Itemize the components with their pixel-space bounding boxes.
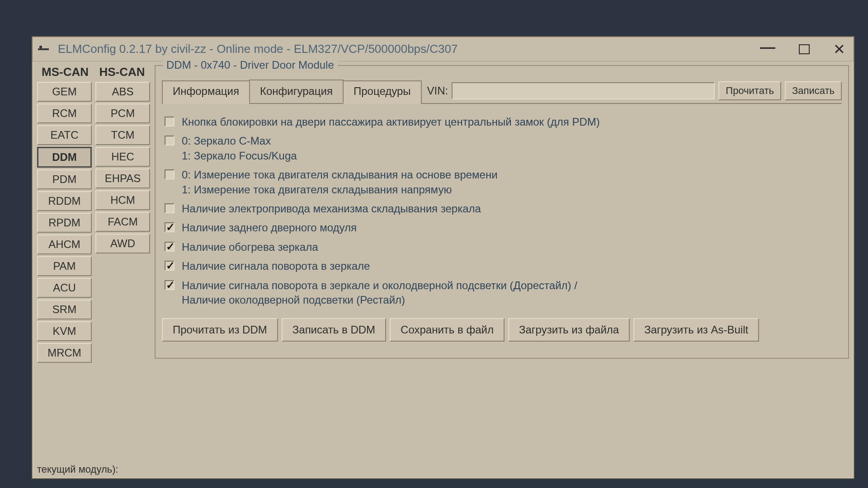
- action-button-3[interactable]: Загрузить из файла: [508, 318, 630, 342]
- current-module-label: текущий модуль):: [37, 459, 150, 478]
- module-button-rcm[interactable]: RCM: [37, 103, 92, 123]
- vin-input[interactable]: [452, 82, 715, 99]
- client-area: MS-CAN HS-CAN GEMRCMEATCDDMPDMRDDMRPDMAH…: [33, 61, 854, 478]
- module-button-mrcm[interactable]: MRCM: [37, 343, 92, 363]
- module-sidebar: MS-CAN HS-CAN GEMRCMEATCDDMPDMRDDMRPDMAH…: [37, 65, 150, 478]
- module-button-hcm[interactable]: HCM: [95, 190, 150, 210]
- config-option-label-3: Наличие электропривода механизма складыв…: [182, 202, 481, 216]
- hs-can-column: ABSPCMTCMHECEHPASHCMFACMAWD: [95, 82, 150, 363]
- minimize-button[interactable]: —: [755, 36, 780, 57]
- config-checkbox-2[interactable]: [165, 169, 175, 179]
- window-title: ELMConfig 0.2.17 by civil-zz - Online mo…: [58, 42, 458, 56]
- module-button-kvm[interactable]: KVM: [37, 321, 92, 341]
- config-option-label-6: Наличие сигнала поворота в зеркале: [182, 259, 370, 273]
- module-button-facm[interactable]: FACM: [95, 212, 150, 232]
- action-button-2[interactable]: Сохранить в файл: [390, 318, 505, 342]
- config-option-label-4: Наличие заднего дверного модуля: [182, 221, 357, 235]
- config-option-5: Наличие обогрева зеркала: [165, 240, 839, 254]
- ms-can-header: MS-CAN: [39, 65, 91, 79]
- vin-write-button[interactable]: Записать: [785, 81, 842, 100]
- module-button-ehpas[interactable]: EHPAS: [95, 169, 150, 188]
- ms-can-column: GEMRCMEATCDDMPDMRDDMRPDMAHCMPAMACUSRMKVM…: [37, 82, 92, 363]
- module-button-hec[interactable]: HEC: [95, 147, 150, 167]
- module-button-awd[interactable]: AWD: [95, 234, 150, 253]
- config-option-label-2: 0: Измерение тока двигателя складывания …: [182, 168, 498, 197]
- vin-label: VIN:: [427, 84, 448, 97]
- config-option-label-5: Наличие обогрева зеркала: [182, 240, 318, 254]
- app-icon: [38, 44, 52, 54]
- config-option-6: Наличие сигнала поворота в зеркале: [165, 259, 839, 273]
- config-checkbox-5[interactable]: [165, 242, 175, 252]
- module-button-rddm[interactable]: RDDM: [37, 191, 92, 211]
- module-button-rpdm[interactable]: RPDM: [37, 213, 92, 233]
- config-checkbox-7[interactable]: [165, 280, 175, 290]
- module-button-srm[interactable]: SRM: [37, 300, 92, 319]
- module-button-ahcm[interactable]: AHCM: [37, 235, 92, 254]
- config-option-label-7: Наличие сигнала поворота в зеркале и око…: [182, 278, 577, 308]
- tab-0[interactable]: Информация: [162, 80, 250, 104]
- config-options: Кнопка блокировки на двери пассажира акт…: [162, 112, 842, 307]
- config-option-label-0: Кнопка блокировки на двери пассажира акт…: [182, 115, 600, 129]
- action-button-4[interactable]: Загрузить из As-Built: [633, 318, 759, 342]
- module-button-eatc[interactable]: EATC: [37, 125, 92, 145]
- tab-row: ИнформацияКонфигурацияПроцедуры VIN: Про…: [162, 80, 842, 104]
- groupbox-title: DDM - 0x740 - Driver Door Module: [163, 59, 338, 71]
- titlebar: ELMConfig 0.2.17 by civil-zz - Online mo…: [33, 37, 854, 61]
- config-checkbox-0[interactable]: [165, 117, 175, 127]
- app-window: ELMConfig 0.2.17 by civil-zz - Online mo…: [32, 36, 854, 479]
- hs-can-header: HS-CAN: [96, 65, 148, 79]
- config-option-1: 0: Зеркало C-Max1: Зеркало Focus/Kuga: [165, 134, 839, 163]
- module-button-acu[interactable]: ACU: [37, 278, 92, 298]
- config-checkbox-4[interactable]: [165, 222, 175, 232]
- module-button-abs[interactable]: ABS: [95, 82, 150, 102]
- config-checkbox-6[interactable]: [165, 261, 175, 271]
- config-option-label-1: 0: Зеркало C-Max1: Зеркало Focus/Kuga: [182, 134, 297, 163]
- tab-1[interactable]: Конфигурация: [249, 80, 344, 103]
- config-option-3: Наличие электропривода механизма складыв…: [165, 202, 839, 216]
- config-option-2: 0: Измерение тока двигателя складывания …: [165, 168, 839, 197]
- module-button-pcm[interactable]: PCM: [95, 103, 150, 123]
- config-checkbox-1[interactable]: [165, 136, 175, 145]
- config-option-7: Наличие сигнала поворота в зеркале и око…: [165, 278, 839, 308]
- module-button-pam[interactable]: PAM: [37, 256, 92, 276]
- config-option-0: Кнопка блокировки на двери пассажира акт…: [165, 115, 839, 129]
- maximize-button[interactable]: [799, 44, 810, 54]
- module-groupbox: DDM - 0x740 - Driver Door Module Информа…: [155, 65, 849, 359]
- config-option-4: Наличие заднего дверного модуля: [165, 221, 839, 235]
- config-checkbox-3[interactable]: [165, 203, 175, 213]
- close-button[interactable]: ✕: [829, 39, 850, 59]
- action-button-0[interactable]: Прочитать из DDM: [162, 318, 278, 342]
- module-button-tcm[interactable]: TCM: [95, 125, 150, 145]
- vin-read-button[interactable]: Прочитать: [718, 81, 781, 100]
- action-button-row: Прочитать из DDMЗаписать в DDMСохранить …: [162, 318, 842, 342]
- module-button-pdm[interactable]: PDM: [37, 169, 92, 189]
- tab-2[interactable]: Процедуры: [343, 80, 422, 104]
- action-button-1[interactable]: Записать в DDM: [282, 318, 386, 342]
- module-button-gem[interactable]: GEM: [37, 82, 92, 102]
- module-button-ddm[interactable]: DDM: [37, 147, 92, 168]
- main-panel: DDM - 0x740 - Driver Door Module Информа…: [155, 65, 849, 478]
